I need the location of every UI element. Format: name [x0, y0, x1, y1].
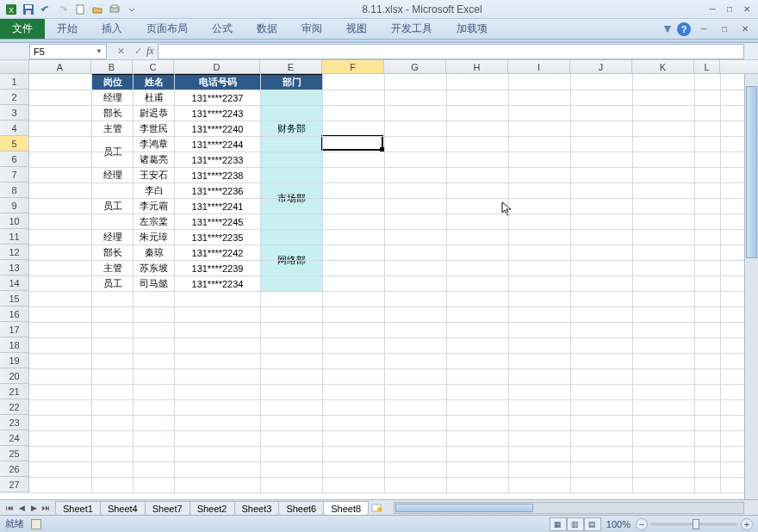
row-header[interactable]: 13: [0, 260, 28, 275]
ribbon-minimize-button[interactable]: ─: [696, 23, 711, 35]
column-header[interactable]: L: [694, 60, 720, 73]
spreadsheet-grid[interactable]: 1234567891011121314151617181920212223242…: [0, 74, 758, 493]
horizontal-scrollbar[interactable]: [394, 502, 744, 514]
row-header[interactable]: 10: [0, 213, 28, 229]
column-header[interactable]: D: [174, 60, 260, 73]
ribbon-tab[interactable]: 页面布局: [134, 19, 200, 39]
ribbon-tab[interactable]: 加载项: [444, 19, 500, 39]
redo-icon[interactable]: [55, 2, 71, 17]
row-header[interactable]: 8: [0, 182, 28, 198]
sheet-nav-prev[interactable]: ◀: [16, 504, 28, 512]
quick-access-toolbar: X: [3, 2, 140, 17]
horizontal-scrollbar-thumb[interactable]: [395, 504, 533, 512]
column-header[interactable]: K: [632, 60, 694, 73]
row-header[interactable]: 18: [0, 337, 28, 353]
row-header[interactable]: 21: [0, 384, 28, 399]
sheet-nav-next[interactable]: ▶: [28, 504, 40, 512]
row-header[interactable]: 19: [0, 353, 28, 368]
sheet-nav-first[interactable]: ⏮: [3, 504, 16, 512]
zoom-out-button[interactable]: −: [636, 518, 648, 530]
row-header[interactable]: 16: [0, 306, 28, 322]
row-header[interactable]: 5: [0, 136, 28, 152]
ribbon-restore-button[interactable]: □: [717, 23, 732, 35]
zoom-in-button[interactable]: +: [741, 518, 753, 530]
qat-dropdown-icon[interactable]: [124, 2, 140, 17]
row-header[interactable]: 4: [0, 121, 28, 136]
column-header[interactable]: J: [570, 60, 632, 73]
help-icon[interactable]: ?: [677, 22, 691, 36]
row-header[interactable]: 24: [0, 430, 28, 446]
column-header[interactable]: E: [260, 60, 322, 73]
sheet-tab[interactable]: Sheet3: [234, 501, 280, 515]
row-header[interactable]: 9: [0, 198, 28, 213]
ribbon-tab[interactable]: 审阅: [289, 19, 334, 39]
formula-input[interactable]: [158, 44, 744, 59]
row-header[interactable]: 27: [0, 477, 28, 492]
undo-icon[interactable]: [38, 2, 53, 17]
row-header[interactable]: 22: [0, 399, 28, 415]
zoom-slider[interactable]: [651, 523, 737, 526]
fx-icon[interactable]: fx: [146, 45, 154, 58]
row-header[interactable]: 7: [0, 167, 28, 182]
name-box[interactable]: F5 ▼: [29, 44, 107, 59]
save-icon[interactable]: [21, 2, 36, 17]
file-tab[interactable]: 文件: [0, 19, 45, 39]
cells-area[interactable]: 岗位姓名电话号码部门经理杜甫131****2237财务部部长尉迟恭131****…: [29, 74, 758, 493]
ribbon-tab[interactable]: 数据: [245, 19, 289, 39]
sheet-tab[interactable]: Sheet2: [190, 501, 235, 515]
ribbon-close-button[interactable]: ✕: [737, 23, 753, 35]
name-box-dropdown-icon[interactable]: ▼: [96, 47, 103, 55]
row-header[interactable]: 1: [0, 74, 28, 90]
row-header[interactable]: 6: [0, 152, 28, 167]
new-icon[interactable]: [72, 2, 88, 17]
ribbon-help-dropdown[interactable]: ⯆: [663, 24, 672, 34]
enter-formula-icon[interactable]: ✓: [129, 46, 146, 57]
row-header[interactable]: 20: [0, 368, 28, 384]
row-header[interactable]: 11: [0, 229, 28, 244]
page-layout-view-button[interactable]: ▥: [567, 517, 584, 531]
cancel-formula-icon[interactable]: ✕: [112, 46, 129, 57]
column-header[interactable]: F: [322, 60, 384, 73]
maximize-button[interactable]: □: [722, 3, 737, 15]
vertical-scrollbar-thumb[interactable]: [746, 86, 757, 258]
row-header[interactable]: 17: [0, 322, 28, 337]
zoom-percent[interactable]: 100%: [606, 519, 631, 529]
row-header[interactable]: 2: [0, 90, 28, 105]
zoom-slider-thumb[interactable]: [693, 519, 699, 529]
column-header[interactable]: A: [29, 60, 91, 73]
macro-record-icon[interactable]: [31, 519, 41, 529]
new-sheet-button[interactable]: [371, 503, 387, 513]
row-header[interactable]: 14: [0, 275, 28, 291]
ribbon-tab[interactable]: 开发工具: [379, 19, 444, 39]
ribbon-tab[interactable]: 公式: [200, 19, 245, 39]
select-all-button[interactable]: [0, 60, 29, 73]
ribbon-tab[interactable]: 插入: [90, 19, 134, 39]
page-break-view-button[interactable]: ▤: [584, 517, 601, 531]
column-header[interactable]: H: [446, 60, 508, 73]
normal-view-button[interactable]: ▦: [550, 517, 567, 531]
row-header[interactable]: 15: [0, 291, 28, 306]
sheet-tab[interactable]: Sheet7: [145, 501, 190, 515]
column-header[interactable]: C: [133, 60, 174, 73]
sheet-tab[interactable]: Sheet8: [323, 501, 369, 515]
row-header[interactable]: 12: [0, 244, 28, 260]
row-header[interactable]: 26: [0, 461, 28, 477]
excel-icon[interactable]: X: [3, 2, 19, 17]
print-preview-icon[interactable]: [107, 2, 122, 17]
ribbon-tab[interactable]: 开始: [45, 19, 90, 39]
row-header[interactable]: 23: [0, 415, 28, 430]
column-header[interactable]: G: [384, 60, 446, 73]
vertical-scrollbar[interactable]: [744, 74, 758, 499]
close-button[interactable]: ✕: [739, 3, 755, 15]
row-header[interactable]: 25: [0, 446, 28, 461]
minimize-button[interactable]: ─: [705, 3, 720, 15]
sheet-nav-last[interactable]: ⏭: [40, 504, 52, 512]
row-header[interactable]: 3: [0, 105, 28, 121]
ribbon-tab[interactable]: 视图: [334, 19, 379, 39]
open-icon[interactable]: [90, 2, 105, 17]
sheet-tab[interactable]: Sheet1: [55, 501, 101, 515]
sheet-tab[interactable]: Sheet4: [100, 501, 146, 515]
column-header[interactable]: B: [91, 60, 133, 73]
sheet-tab[interactable]: Sheet6: [278, 501, 324, 515]
column-header[interactable]: I: [508, 60, 570, 73]
